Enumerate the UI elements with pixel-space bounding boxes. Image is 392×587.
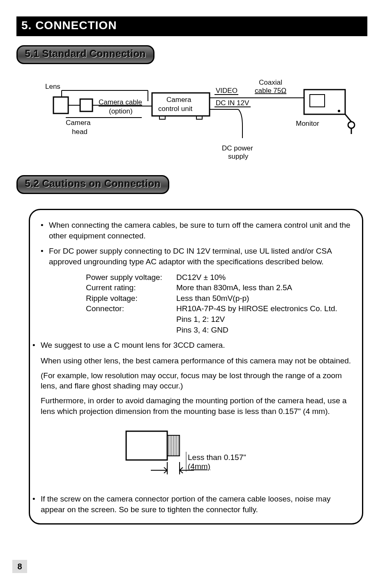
caution-box: • When connecting the camera cables, be …	[29, 209, 363, 525]
bullet-2-text: For DC power supply connecting to DC IN …	[49, 246, 351, 267]
label-video: VIDEO	[216, 87, 238, 95]
para-3a: When using other lens, the best camera p…	[41, 356, 351, 366]
spec-cur-val: More than 830mA, less than 2.5A	[176, 282, 292, 293]
bullet-1-text: When connecting the camera cables, be su…	[49, 220, 351, 241]
label-lens: Lens	[45, 83, 60, 90]
lens-box	[53, 97, 68, 113]
page-number: 8	[12, 560, 27, 573]
page-number-value: 8	[17, 562, 22, 571]
spec-psv-val: DC12V ± 10%	[176, 272, 226, 283]
label-option: (option)	[109, 107, 133, 115]
label-dcin: DC IN 12V	[216, 99, 249, 107]
section-banner: 5. CONNECTION	[16, 16, 367, 36]
bullet-1: • When connecting the camera cables, be …	[41, 220, 351, 241]
spec-pins34: Pins 3, 4: GND	[176, 325, 228, 335]
bullet-4-text: If the screw on the camera connector por…	[41, 494, 351, 515]
svg-rect-17	[126, 431, 167, 460]
spec-rip-val: Less than 50mV(p-p)	[176, 293, 249, 304]
lens-diag-label-1: Less than 0.157"	[188, 453, 246, 462]
label-coax-1: Coaxial	[259, 79, 282, 86]
spec-con-val: HR10A-7P-4S by HIROSE electronics Co. Lt…	[176, 303, 337, 314]
spec-cur-label: Current rating:	[86, 282, 176, 293]
bullet-dot: •	[41, 246, 49, 267]
monitor-screen	[310, 95, 325, 107]
label-ccu-1: Camera	[166, 96, 191, 104]
spec-rip-label: Ripple voltage:	[86, 293, 176, 304]
bullet-4: • If the screw on the camera connector p…	[32, 494, 351, 515]
label-dcpower-2: supply	[228, 153, 249, 160]
bullet-2: • For DC power supply connecting to DC I…	[41, 246, 351, 267]
para-3b: (For example, low resolution may occur, …	[41, 370, 351, 391]
spec-con-label: Connector:	[86, 303, 176, 314]
bullet-3-text: We suggest to use a C mount lens for 3CC…	[41, 340, 351, 351]
bullet-dot: •	[32, 494, 41, 515]
label-camera-cable: Camera cable	[99, 98, 142, 106]
label-ccu-2: control unit	[158, 105, 192, 113]
document-page: 5. CONNECTION 5.1 Standard Connection Le…	[0, 0, 392, 537]
bullet-dot: •	[32, 340, 41, 351]
subsection-5-2: 5.2 Cautions on Connection	[16, 175, 169, 194]
bullet-3: • We suggest to use a C mount lens for 3…	[32, 340, 351, 351]
subsection-5-1-title: 5.1 Standard Connection	[25, 48, 146, 59]
spec-list: Power supply voltage: DC12V ± 10% Curren…	[86, 272, 351, 335]
svg-line-14	[345, 114, 351, 122]
svg-point-15	[348, 122, 355, 128]
subsection-5-1: 5.1 Standard Connection	[16, 45, 154, 64]
label-coax-2: cable 75Ω	[255, 87, 286, 95]
lens-mount-diagram: Less than 0.157" (4mm)	[41, 423, 351, 482]
spec-pins12: Pins 1, 2: 12V	[176, 314, 225, 325]
lens-diag-label-2: (4mm)	[188, 462, 210, 471]
label-dcpower-1: DC power	[222, 144, 253, 152]
bullet-dot: •	[41, 220, 49, 241]
label-camera-head-1: Camera	[66, 119, 91, 127]
diagram-svg: Lens Camera cable (option) Camera head C…	[41, 76, 370, 163]
section-title: 5. CONNECTION	[21, 19, 117, 32]
svg-point-13	[338, 110, 340, 112]
para-3c: Furthermore, in order to avoid damaging …	[41, 395, 351, 416]
camera-head-box	[80, 99, 92, 111]
label-camera-head-2: head	[72, 128, 88, 136]
subsection-5-2-title: 5.2 Cautions on Connection	[25, 178, 161, 189]
connection-diagram: Lens Camera cable (option) Camera head C…	[41, 76, 355, 163]
spec-psv-label: Power supply voltage:	[86, 272, 176, 283]
lens-mount-svg: Less than 0.157" (4mm)	[110, 423, 282, 481]
label-monitor: Monitor	[296, 120, 319, 127]
